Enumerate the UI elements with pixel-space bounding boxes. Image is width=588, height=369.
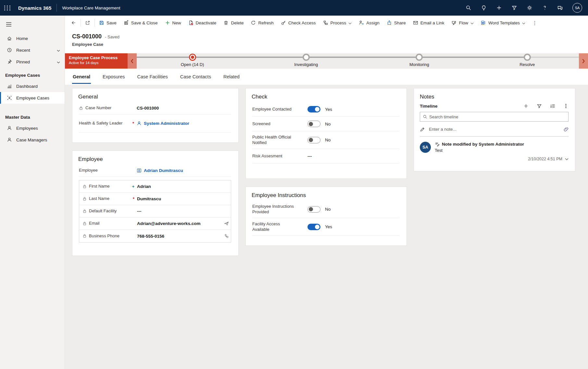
note-entry-row[interactable]: Enter a note... — [420, 122, 569, 137]
sidebar-item-recent[interactable]: Recent — [0, 44, 65, 56]
more-timeline-icon[interactable] — [563, 103, 569, 109]
toggle-employee-contacted[interactable] — [307, 106, 320, 112]
delete-button[interactable]: Delete — [220, 18, 247, 28]
timeline-note-item[interactable]: SA Note modified by System Administrator… — [420, 142, 569, 161]
add-note-icon[interactable] — [523, 103, 529, 109]
email-link-button[interactable]: Email a Link — [409, 18, 448, 28]
bpf-process-box[interactable]: Employee Case Process Active for 14 days — [65, 53, 128, 69]
filter-timeline-icon[interactable] — [537, 103, 542, 109]
chevron-down-icon[interactable] — [565, 158, 569, 160]
toggle-instructions-provided[interactable] — [307, 206, 320, 213]
bpf-stage-label-resolve[interactable]: Resolve — [519, 62, 535, 67]
back-button[interactable] — [68, 18, 80, 28]
card-title: Notes — [420, 94, 569, 100]
tab-exposures[interactable]: Exposures — [102, 70, 126, 84]
help-icon[interactable] — [542, 5, 548, 11]
field-employee-instructions-provided: Employee Instructions Provided No — [252, 201, 399, 218]
more-commands-icon[interactable]: ⋮ — [529, 20, 541, 26]
lock-icon — [82, 234, 87, 238]
flow-icon — [451, 20, 457, 25]
sidebar-item-pinned[interactable]: Pinned — [0, 56, 65, 68]
deactivate-button[interactable]: Deactivate — [185, 18, 220, 28]
chevron-down-icon[interactable] — [57, 48, 60, 53]
check-access-button[interactable]: Check Access — [277, 18, 319, 28]
tab-case-contacts[interactable]: Case Contacts — [180, 70, 212, 84]
toggle-public-health-official[interactable] — [307, 137, 320, 143]
feedback-icon[interactable] — [557, 5, 563, 11]
bpf-stage-dot-resolve[interactable] — [524, 54, 531, 61]
person-icon — [7, 137, 12, 142]
contact-badge-icon — [137, 168, 142, 173]
timeline-search-box — [420, 112, 569, 122]
new-button[interactable]: New — [161, 18, 185, 28]
save-close-icon — [124, 20, 129, 25]
field-first-name: First Name + Adrian — [79, 180, 231, 193]
save-and-close-button[interactable]: Save & Close — [120, 18, 161, 28]
note-placeholder[interactable]: Enter a note... — [429, 127, 457, 132]
plus-icon[interactable] — [496, 5, 502, 11]
divider — [56, 4, 57, 12]
phone-call-icon[interactable] — [224, 234, 229, 239]
waffle-icon[interactable] — [0, 0, 15, 16]
employee-card: Employee Employee Adrian Dumitrascu Firs… — [72, 151, 239, 256]
bpf-collapse-chevron[interactable] — [128, 53, 137, 69]
refresh-button[interactable]: Refresh — [247, 18, 277, 28]
badge-icon — [7, 95, 12, 100]
bpf-stage-label-monitoring[interactable]: Monitoring — [409, 62, 429, 67]
process-icon — [323, 20, 328, 25]
gear-icon[interactable] — [527, 5, 532, 11]
sidebar-item-home[interactable]: Home — [0, 33, 65, 44]
tab-related[interactable]: Related — [223, 70, 240, 84]
required-asterisk: * — [132, 121, 134, 126]
flow-button[interactable]: Flow — [448, 18, 477, 28]
tab-general[interactable]: General — [72, 70, 91, 84]
deactivate-icon — [188, 20, 194, 25]
lookup-value-link[interactable]: System Administrator — [137, 121, 231, 126]
sort-timeline-icon[interactable] — [550, 103, 555, 109]
avatar[interactable]: SA — [572, 3, 582, 13]
bpf-stage-label-open[interactable]: Open (14 D) — [181, 62, 204, 67]
bpf-stage-label-investigating[interactable]: Investigating — [294, 62, 318, 67]
card-title: Check — [252, 94, 401, 100]
bpf-next-stage-chevron[interactable] — [579, 53, 588, 69]
tab-case-facilities[interactable]: Case Facilities — [137, 70, 169, 84]
search-icon[interactable] — [466, 5, 471, 11]
field-last-name: Last Name * Dumitrascu — [79, 193, 231, 205]
lightbulb-icon[interactable] — [481, 5, 487, 11]
sidebar-item-employees[interactable]: Employees — [0, 122, 65, 134]
chevron-down-icon[interactable] — [57, 59, 60, 64]
chevron-left-icon — [131, 59, 133, 63]
word-templates-button[interactable]: Word Templates — [477, 18, 529, 28]
app-name[interactable]: Workplace Care Management — [62, 6, 120, 10]
person-icon — [137, 121, 142, 126]
process-button[interactable]: Process — [319, 18, 356, 28]
send-email-icon[interactable] — [224, 221, 229, 226]
bpf-stage-dot-monitoring[interactable] — [416, 54, 423, 61]
share-button[interactable]: Share — [383, 18, 409, 28]
general-card: General Case Number CS-001000 Health & S… — [72, 88, 239, 143]
bpf-stage-dot-open[interactable] — [189, 54, 196, 61]
note-avatar: SA — [420, 142, 431, 153]
sidebar-item-case-managers[interactable]: Case Managers — [0, 134, 65, 146]
record-entity-type: Employee Case — [72, 42, 588, 47]
bpf-stage-dot-investigating[interactable] — [303, 54, 310, 61]
toggle-facility-access[interactable] — [307, 224, 320, 230]
assign-button[interactable]: Assign — [355, 18, 383, 28]
save-button[interactable]: Save — [95, 18, 120, 28]
lock-icon — [82, 197, 87, 201]
toggle-screened[interactable] — [307, 121, 320, 127]
word-icon — [481, 20, 486, 25]
field-value[interactable]: CS-001000 — [137, 106, 231, 111]
note-icon — [435, 142, 440, 147]
filter-icon[interactable] — [511, 5, 517, 11]
chevron-down-icon — [470, 20, 474, 25]
note-title: Note modified by System Administrator — [442, 142, 524, 147]
search-timeline-input[interactable] — [429, 114, 566, 119]
popout-button[interactable] — [81, 18, 94, 28]
attachment-paperclip-icon[interactable] — [564, 127, 569, 132]
hamburger-icon[interactable] — [0, 16, 65, 33]
sitemap-sidebar: Home Recent Pinned Employee Cases Dashbo… — [0, 16, 65, 369]
sidebar-item-employee-cases[interactable]: Employee Cases — [0, 92, 65, 104]
lookup-value-link[interactable]: Adrian Dumitrascu — [137, 168, 231, 173]
sidebar-item-dashboard[interactable]: Dashboard — [0, 80, 65, 92]
